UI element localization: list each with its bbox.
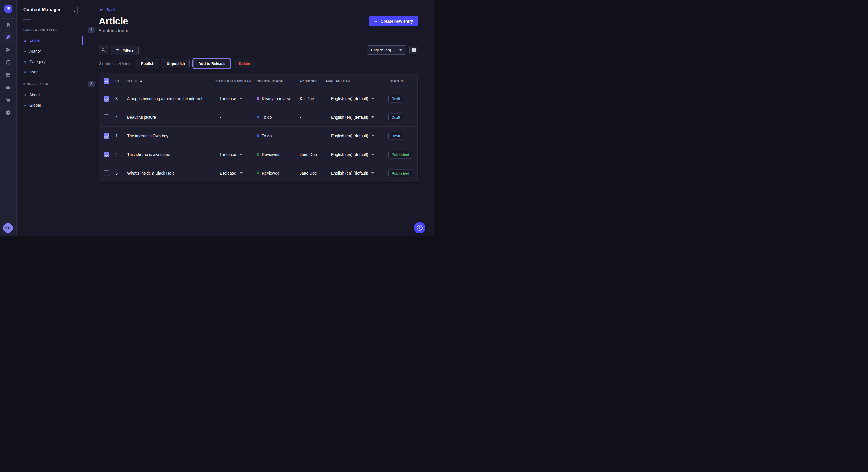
filters-label: Filters: [123, 48, 134, 53]
add-to-release-button[interactable]: Add to Release: [193, 59, 230, 68]
cell-available-in[interactable]: English (en) (default): [331, 115, 374, 120]
cell-assignee: Jane Doe: [300, 152, 317, 157]
cell-released: -: [220, 115, 221, 120]
col-header-title[interactable]: TITLE: [127, 79, 143, 83]
col-header-assignee: ASSIGNEE: [300, 79, 318, 83]
cell-id: 4: [115, 115, 118, 120]
single-types-label: SINGLE TYPES: [23, 82, 48, 86]
chevron-down-icon: [399, 49, 402, 51]
cell-assignee: Kai Doe: [300, 96, 314, 101]
chevron-down-icon: [240, 172, 243, 174]
row-checkbox[interactable]: [104, 114, 110, 120]
row-checkbox[interactable]: [104, 152, 110, 158]
bullet-icon: [24, 61, 26, 63]
settings-gear-icon[interactable]: [3, 108, 13, 117]
publish-button[interactable]: Publish: [136, 59, 159, 68]
sidebar-item-label: Global: [29, 103, 41, 107]
cell-available-in[interactable]: English (en) (default): [331, 96, 374, 101]
table-row[interactable]: 5 What's inside a Black Hole 1 release R…: [99, 164, 418, 182]
filter-icon: [115, 48, 120, 53]
sidebar-item-label: About: [29, 93, 40, 97]
deploy-cloud-icon[interactable]: [3, 82, 13, 92]
user-avatar[interactable]: KD: [3, 223, 13, 233]
sidebar-item-category[interactable]: Category: [23, 57, 78, 66]
divider: [0, 220, 17, 220]
cell-released[interactable]: 1 release: [220, 171, 243, 175]
help-button[interactable]: ?: [414, 222, 425, 233]
releases-icon[interactable]: [3, 45, 13, 55]
table-row[interactable]: 3 A bug is becoming a meme on the intern…: [99, 89, 418, 108]
sidebar-item-article[interactable]: Article: [23, 37, 78, 45]
chevron-down-icon: [240, 154, 243, 156]
cell-id: 3: [115, 96, 118, 101]
selection-count: 3 entries selected: [99, 61, 131, 66]
home-icon[interactable]: [3, 20, 13, 29]
page-title: Article: [99, 16, 128, 27]
main-nav-rail: KD: [0, 0, 17, 236]
bullet-icon: [24, 40, 26, 42]
strapi-admin-app: KD Content Manager COLLECTION TYPES 4 Ar…: [0, 0, 434, 236]
create-new-entry-button[interactable]: Create new entry: [369, 16, 418, 26]
status-badge: Draft: [389, 113, 403, 121]
cell-review-stage: Reviewed: [257, 152, 279, 157]
create-button-label: Create new entry: [381, 19, 413, 24]
focus-ring: Add to Release: [192, 58, 231, 69]
cell-available-in[interactable]: English (en) (default): [331, 152, 374, 157]
status-badge: Draft: [389, 132, 403, 140]
col-header-id[interactable]: ID: [115, 79, 119, 83]
subnav-search-button[interactable]: [69, 6, 78, 15]
chevron-down-icon: [371, 116, 374, 118]
table-row[interactable]: 4 Beautiful picture - To do - English (e…: [99, 108, 418, 127]
bulk-actions-row: 3 entries selected Publish Unpublish Add…: [99, 59, 255, 68]
cell-assignee: -: [300, 134, 301, 138]
divider: [23, 20, 31, 20]
main-content: Back Article 5 entries found Create new …: [83, 0, 434, 236]
strapi-logo-icon[interactable]: [4, 5, 12, 12]
cell-title: The internet's Own boy: [127, 134, 168, 138]
marketplace-cart-icon[interactable]: [3, 95, 13, 105]
delete-button[interactable]: Delete: [234, 59, 255, 68]
content-manager-icon[interactable]: [3, 32, 13, 42]
chevron-down-icon: [371, 135, 374, 137]
search-button[interactable]: [99, 45, 108, 55]
sidebar-item-label: Author: [29, 49, 41, 54]
gear-icon: [412, 49, 415, 51]
select-all-checkbox[interactable]: [104, 78, 110, 84]
media-library-icon[interactable]: [3, 57, 13, 67]
question-mark-icon: ?: [417, 225, 423, 231]
cell-available-in[interactable]: English (en) (default): [331, 134, 374, 138]
back-link[interactable]: Back: [99, 7, 115, 12]
table-header: ID TITLE TO BE RELEASED IN REVIEW STAGE …: [99, 73, 418, 90]
view-settings-button[interactable]: [409, 45, 418, 55]
row-checkbox[interactable]: [104, 170, 110, 176]
col-header-title-label: TITLE: [127, 79, 137, 83]
chevron-down-icon: [371, 172, 374, 174]
sidebar-item-author[interactable]: Author: [23, 47, 78, 56]
table-row[interactable]: 2 This shrimp is awesome 1 release Revie…: [99, 145, 418, 164]
cell-available-in[interactable]: English (en) (default): [331, 171, 374, 175]
table-row[interactable]: 1 The internet's Own boy - To do - Engli…: [99, 127, 418, 145]
sidebar-item-global[interactable]: Global: [23, 101, 78, 109]
stage-dot: [257, 97, 259, 100]
sidebar-item-about[interactable]: About: [23, 91, 78, 99]
cell-title: Beautiful picture: [127, 115, 156, 120]
row-checkbox[interactable]: [104, 96, 110, 102]
stage-dot: [257, 153, 259, 156]
sidebar-item-user[interactable]: User: [23, 68, 78, 76]
cell-released: -: [220, 134, 221, 138]
status-badge: Draft: [389, 95, 403, 102]
row-checkbox[interactable]: [104, 133, 110, 139]
bullet-icon: [24, 105, 26, 106]
cell-released[interactable]: 1 release: [220, 96, 243, 101]
entries-table: ID TITLE TO BE RELEASED IN REVIEW STAGE …: [99, 73, 418, 182]
cell-assignee: Jane Doe: [300, 171, 317, 175]
col-header-status: STATUS: [390, 79, 403, 83]
cell-released[interactable]: 1 release: [220, 152, 243, 157]
filters-button[interactable]: Filters: [111, 45, 138, 55]
unpublish-button[interactable]: Unpublish: [162, 59, 190, 68]
content-manager-subnav: Content Manager COLLECTION TYPES 4 Artic…: [17, 0, 83, 236]
sidebar-item-label: Category: [29, 59, 45, 64]
content-type-builder-icon[interactable]: [3, 70, 13, 80]
logo-shape: [8, 9, 10, 11]
locale-select[interactable]: English (en): [367, 45, 406, 55]
